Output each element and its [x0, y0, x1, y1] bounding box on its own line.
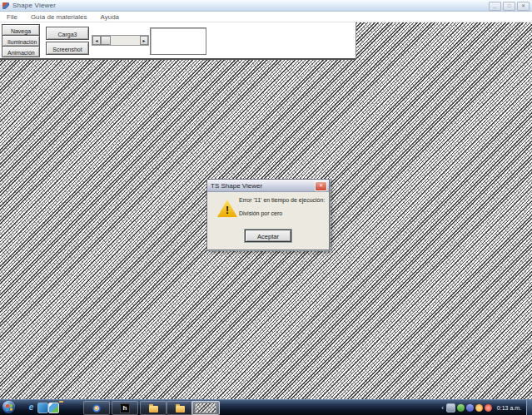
minimize-icon[interactable]: _ — [489, 2, 501, 11]
toolbar-panel: Navega Iluminación Animación Carga3 Scre… — [0, 22, 356, 60]
load-button[interactable]: Carga3 — [46, 27, 89, 40]
scroll-right-icon[interactable]: ► — [140, 36, 148, 45]
scroll-left-icon[interactable]: ◄ — [92, 36, 101, 45]
windows-flag-icon — [6, 403, 12, 411]
screenshot-button[interactable]: Screenshot — [46, 42, 89, 55]
antivirus-tray-icon[interactable] — [485, 404, 492, 412]
taskbar-app-shapeviewer-active[interactable] — [191, 401, 220, 415]
screen: Shape Viewer _ □ ✕ File Guía de material… — [0, 0, 532, 415]
system-tray: ‹ 0:13 a.m. — [441, 400, 532, 415]
window-titlebar: Shape Viewer _ □ ✕ — [0, 0, 532, 12]
show-desktop-button[interactable] — [526, 400, 532, 415]
menu-help[interactable]: Ayuda — [93, 13, 126, 21]
messenger-tray-icon[interactable] — [466, 404, 474, 412]
accept-button[interactable]: Aceptar — [245, 230, 291, 242]
warning-icon: ! — [217, 200, 237, 217]
window-title: Shape Viewer — [12, 2, 56, 9]
menu-file[interactable]: File — [0, 13, 24, 21]
menu-materials[interactable]: Guía de materiales — [24, 13, 94, 21]
maximize-icon[interactable]: □ — [503, 2, 515, 11]
horizontal-scrollbar[interactable]: ◄ ► — [92, 35, 149, 46]
g-app-icon: G — [92, 404, 101, 413]
taskbar: e G h ‹ 0:13 a.m. — [0, 399, 532, 415]
error-message-line1: Error '11' en tiempo de ejecución: — [239, 197, 325, 203]
app-icon — [2, 2, 9, 9]
taskbar-app-h[interactable]: h — [112, 401, 138, 415]
shape-textbox[interactable] — [150, 27, 206, 55]
lighting-mode-button[interactable]: Iluminación — [2, 35, 40, 47]
network-tray-icon[interactable] — [446, 403, 455, 413]
dialog-close-icon[interactable]: ✕ — [315, 181, 327, 191]
ie-quicklaunch-icon[interactable]: e — [27, 403, 36, 412]
taskbar-clock[interactable]: 0:13 a.m. — [497, 405, 521, 411]
scrollbar-track[interactable] — [111, 36, 140, 45]
photo-viewer-quicklaunch-icon[interactable] — [48, 403, 59, 413]
taskbar-app-folder1[interactable] — [140, 401, 167, 415]
menu-bar: File Guía de materiales Ayuda — [0, 12, 532, 22]
window-controls: _ □ ✕ — [489, 2, 530, 11]
dialog-titlebar[interactable]: TS Shape Viewer ✕ — [207, 180, 329, 192]
taskbar-app-g[interactable]: G — [83, 401, 110, 415]
animation-mode-button[interactable]: Animación — [2, 46, 40, 57]
mode-button-stack: Navega Iluminación Animación — [2, 24, 40, 57]
folder-quicklaunch-icon[interactable] — [59, 403, 68, 412]
tray-chevron-icon[interactable]: ‹ — [441, 404, 444, 412]
dialog-title: TS Shape Viewer — [207, 182, 262, 190]
taskbar-app-folder2[interactable] — [167, 401, 193, 415]
error-dialog: TS Shape Viewer ✕ ! Error '11' en tiempo… — [206, 179, 330, 250]
messenger-quicklaunch-icon[interactable] — [37, 403, 48, 413]
folder-icon — [176, 406, 185, 413]
navigate-mode-button[interactable]: Navega — [2, 24, 40, 36]
warning-exclamation: ! — [217, 205, 237, 216]
scrollbar-thumb[interactable] — [101, 36, 111, 45]
start-button[interactable] — [2, 401, 15, 413]
close-icon[interactable]: ✕ — [517, 2, 530, 11]
folder-icon — [149, 406, 158, 413]
update-tray-icon[interactable] — [475, 404, 483, 412]
volume-tray-icon[interactable] — [457, 404, 465, 412]
shapeviewer-app-icon — [195, 403, 216, 413]
error-message-line2: División por cero — [239, 210, 282, 216]
h-app-icon: h — [120, 403, 130, 413]
